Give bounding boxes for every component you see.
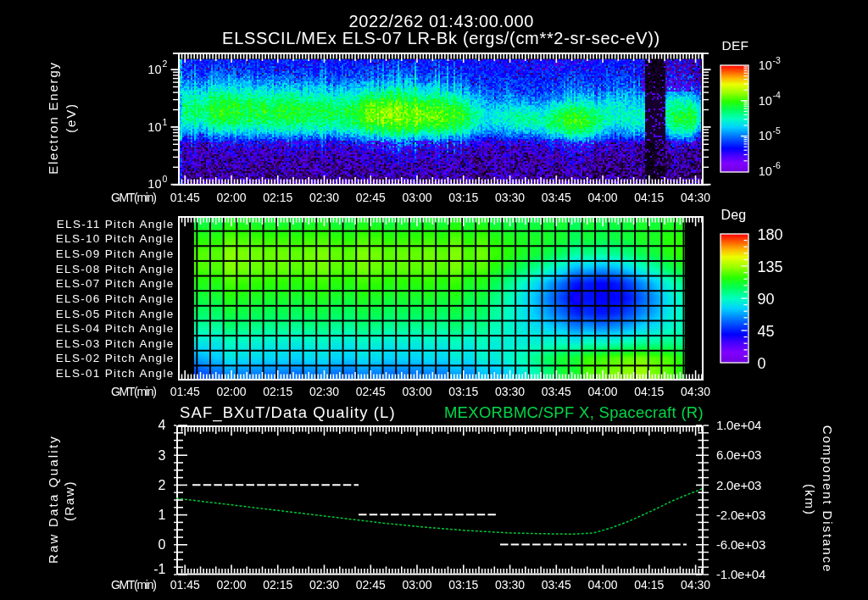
svg-text:Raw Data Quality: Raw Data Quality <box>46 435 60 564</box>
svg-text:-1.0e+04: -1.0e+04 <box>716 567 765 581</box>
svg-text:03:15: 03:15 <box>448 578 478 592</box>
svg-text:1: 1 <box>163 117 168 127</box>
svg-text:10: 10 <box>759 129 772 142</box>
svg-text:ELS-06 Pitch Angle: ELS-06 Pitch Angle <box>56 292 175 305</box>
svg-text:03:00: 03:00 <box>402 191 431 204</box>
svg-text:02:30: 02:30 <box>309 191 339 204</box>
svg-text:03:30: 03:30 <box>495 191 525 204</box>
svg-text:2: 2 <box>163 58 168 69</box>
svg-text:02:15: 02:15 <box>263 578 292 592</box>
svg-text:04:30: 04:30 <box>681 385 710 398</box>
svg-text:04:00: 04:00 <box>588 191 618 204</box>
svg-text:ELS-02 Pitch Angle: ELS-02 Pitch Angle <box>56 352 175 364</box>
svg-text:2022/262 01:43:00.000: 2022/262 01:43:00.000 <box>349 12 534 31</box>
svg-text:02:45: 02:45 <box>356 578 386 592</box>
svg-text:135: 135 <box>758 258 783 275</box>
svg-text:-4: -4 <box>773 90 781 100</box>
svg-text:ELS-01 Pitch Angle: ELS-01 Pitch Angle <box>56 367 175 380</box>
svg-text:10: 10 <box>147 63 161 76</box>
svg-text:03:00: 03:00 <box>402 385 431 398</box>
svg-text:GMT(min): GMT(min) <box>111 191 156 204</box>
svg-text:04:15: 04:15 <box>634 578 664 592</box>
svg-text:ELS-03 Pitch Angle: ELS-03 Pitch Angle <box>56 337 175 350</box>
svg-text:(eV): (eV) <box>64 103 78 133</box>
svg-text:10: 10 <box>759 164 772 178</box>
svg-text:180: 180 <box>758 226 783 243</box>
svg-text:02:00: 02:00 <box>216 385 246 398</box>
svg-text:ELS-07 Pitch Angle: ELS-07 Pitch Angle <box>56 277 175 290</box>
svg-text:GMT(min): GMT(min) <box>111 578 156 592</box>
svg-text:ELS-10 Pitch Angle: ELS-10 Pitch Angle <box>56 232 175 245</box>
svg-text:1: 1 <box>159 508 166 522</box>
svg-text:ELS-04 Pitch Angle: ELS-04 Pitch Angle <box>56 322 175 335</box>
svg-text:02:30: 02:30 <box>309 385 339 398</box>
svg-text:45: 45 <box>758 323 775 340</box>
svg-text:03:45: 03:45 <box>542 578 571 592</box>
svg-text:(km): (km) <box>803 484 817 516</box>
svg-text:04:30: 04:30 <box>681 191 710 204</box>
svg-text:-2.0e+03: -2.0e+03 <box>716 508 765 522</box>
svg-text:01:45: 01:45 <box>170 578 200 592</box>
svg-text:SAF_BXuT/Data Quality (L): SAF_BXuT/Data Quality (L) <box>180 403 396 422</box>
svg-text:02:00: 02:00 <box>216 578 246 592</box>
svg-text:0: 0 <box>159 537 166 552</box>
svg-text:02:15: 02:15 <box>263 191 292 204</box>
svg-text:ELS-09 Pitch Angle: ELS-09 Pitch Angle <box>56 247 175 260</box>
svg-text:10: 10 <box>147 177 161 191</box>
svg-text:02:00: 02:00 <box>216 191 246 204</box>
svg-text:03:30: 03:30 <box>495 578 525 592</box>
svg-text:ELS-05 Pitch Angle: ELS-05 Pitch Angle <box>56 308 175 320</box>
svg-text:03:00: 03:00 <box>402 578 431 592</box>
svg-text:(Raw): (Raw) <box>62 481 76 521</box>
svg-text:10: 10 <box>759 94 772 108</box>
svg-text:04:30: 04:30 <box>681 578 710 592</box>
svg-text:01:45: 01:45 <box>170 385 200 398</box>
svg-text:02:30: 02:30 <box>309 578 339 592</box>
svg-text:02:45: 02:45 <box>356 385 386 398</box>
svg-text:3: 3 <box>159 448 166 463</box>
svg-text:-1: -1 <box>153 562 165 576</box>
svg-text:04:00: 04:00 <box>588 385 618 398</box>
svg-text:6.0e+03: 6.0e+03 <box>716 447 761 462</box>
svg-text:03:15: 03:15 <box>448 385 478 398</box>
svg-text:DEF: DEF <box>722 38 749 53</box>
svg-text:Component Distance: Component Distance <box>821 425 835 573</box>
svg-text:GMT(min): GMT(min) <box>111 385 156 398</box>
svg-text:01:45: 01:45 <box>170 191 200 204</box>
svg-text:10: 10 <box>147 120 161 134</box>
svg-text:Electron Energy: Electron Energy <box>46 61 60 175</box>
svg-text:ELS-08 Pitch Angle: ELS-08 Pitch Angle <box>56 263 175 275</box>
svg-text:02:15: 02:15 <box>263 385 292 398</box>
svg-text:04:15: 04:15 <box>634 191 664 204</box>
svg-text:ELS-11 Pitch Angle: ELS-11 Pitch Angle <box>57 218 175 231</box>
svg-text:04:00: 04:00 <box>588 578 618 592</box>
svg-text:-5: -5 <box>773 125 781 136</box>
svg-text:03:30: 03:30 <box>495 385 525 398</box>
svg-text:03:15: 03:15 <box>448 191 478 204</box>
svg-text:1.0e+04: 1.0e+04 <box>716 418 761 432</box>
svg-text:Deg: Deg <box>721 208 747 222</box>
svg-text:04:15: 04:15 <box>634 385 664 398</box>
svg-text:10: 10 <box>759 58 772 72</box>
svg-text:-6: -6 <box>773 160 781 170</box>
svg-text:4: 4 <box>159 418 166 432</box>
svg-text:MEXORBMC/SPF X, Spacecraft (R): MEXORBMC/SPF X, Spacecraft (R) <box>444 403 704 421</box>
svg-text:0: 0 <box>758 355 766 372</box>
svg-text:-3: -3 <box>773 55 781 65</box>
svg-text:2: 2 <box>159 478 166 492</box>
svg-text:2.0e+03: 2.0e+03 <box>716 478 761 492</box>
svg-text:03:45: 03:45 <box>542 385 571 398</box>
svg-text:02:45: 02:45 <box>356 191 386 204</box>
svg-text:0: 0 <box>163 174 168 184</box>
svg-text:-6.0e+03: -6.0e+03 <box>716 537 765 552</box>
svg-text:ELSSCIL/MEx ELS-07 LR-Bk (erg: ELSSCIL/MEx ELS-07 LR-Bk (ergs/(cm**2-sr… <box>222 29 660 47</box>
svg-text:90: 90 <box>758 291 775 308</box>
svg-text:03:45: 03:45 <box>542 191 571 204</box>
